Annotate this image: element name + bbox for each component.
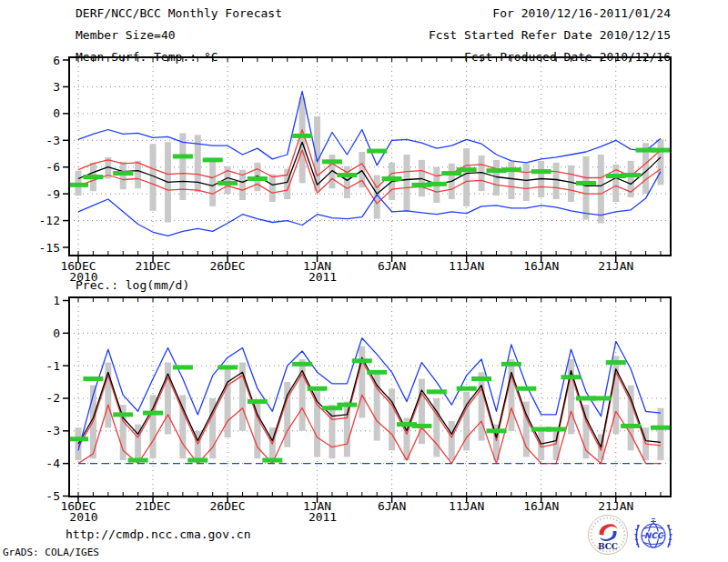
- observation-dash: [217, 365, 238, 369]
- x-axis-year-label: 2010: [69, 270, 97, 284]
- observation-dash: [457, 167, 477, 172]
- observation-dash: [531, 169, 551, 174]
- observation-dash: [561, 375, 581, 379]
- x-axis-year-label: 2011: [308, 270, 337, 284]
- x-axis-label: 21DEC: [135, 259, 170, 273]
- x-axis-label: 16JAN: [523, 499, 559, 513]
- ensemble-spread-bar: [165, 363, 171, 435]
- ncc-logo-text: NCC: [644, 531, 664, 540]
- ensemble-spread-bar: [538, 431, 544, 460]
- observation-dash: [113, 171, 133, 176]
- ensemble-spread-bar: [225, 369, 231, 437]
- ensemble-spread-bar: [150, 395, 157, 458]
- ensemble-spread-bar: [419, 378, 425, 444]
- observation-dash: [427, 182, 447, 186]
- ensemble-spread-bar: [523, 164, 530, 201]
- ensemble-spread-bar: [269, 175, 276, 202]
- y-axis-label: 0: [53, 106, 60, 120]
- observation-dash: [591, 396, 611, 400]
- y-axis-label: -5: [46, 489, 60, 503]
- y-axis-label: 1: [53, 294, 60, 307]
- y-axis-label: -15: [39, 241, 60, 255]
- observation-dash: [486, 428, 506, 433]
- ensemble-spread-bar: [508, 162, 514, 199]
- y-axis-label: -2: [46, 391, 60, 405]
- y-axis-label: 3: [53, 80, 60, 94]
- ensemble-spread-bar: [359, 346, 365, 418]
- bcc-logo: BCC: [587, 514, 629, 556]
- ensemble-spread-bar: [374, 372, 380, 440]
- observation-dash: [382, 176, 402, 181]
- observation-dash: [427, 389, 447, 394]
- observation-dash: [606, 360, 626, 365]
- observation-dash: [262, 458, 282, 463]
- observation-dash: [173, 154, 193, 158]
- observation-dash: [248, 399, 268, 404]
- observation-dash: [337, 403, 357, 407]
- ensemble-spread-bar: [463, 148, 470, 206]
- ncc-logo: NCC: [631, 513, 676, 557]
- ensemble-spread-bar: [135, 161, 141, 188]
- x-axis-label: 6JAN: [378, 499, 406, 513]
- y-axis-label: -9: [46, 187, 60, 201]
- y-axis-label: -12: [39, 214, 60, 227]
- ensemble-spread-bar: [479, 372, 485, 440]
- ensemble-spread-bar: [508, 359, 514, 431]
- grads-forecast-page: DERF/NCC/BCC Monthly Forecast For 2010/1…: [0, 0, 728, 562]
- ensemble-spread-bar: [657, 408, 663, 460]
- ensemble-spread-bar: [553, 163, 560, 199]
- y-axis-label: -4: [46, 457, 60, 470]
- observation-dash: [68, 183, 88, 187]
- observation-dash: [367, 149, 387, 154]
- observation-dash: [576, 181, 596, 186]
- observation-dash: [187, 458, 207, 463]
- observation-dash: [516, 386, 536, 391]
- observation-dash: [367, 370, 387, 375]
- y-axis-label: -1: [46, 359, 60, 373]
- ensemble-spread-bar: [314, 388, 320, 457]
- precipitation-chart: 10-1-2-3-4-516DEC201021DEC26DEC1JAN20116…: [46, 294, 671, 524]
- observation-dash: [248, 176, 268, 181]
- x-axis-year-label: 2010: [69, 510, 97, 524]
- y-axis-label: 0: [53, 326, 60, 340]
- forecast-charts-canvas: 630-3-6-9-12-1516DEC201021DEC26DEC1JAN20…: [0, 0, 728, 562]
- x-axis-label: 6JAN: [378, 259, 406, 273]
- temperature-chart: 630-3-6-9-12-1516DEC201021DEC26DEC1JAN20…: [39, 54, 671, 285]
- x-axis-label: 26DEC: [210, 499, 246, 513]
- observation-dash: [651, 426, 671, 430]
- ensemble-spread-bar: [179, 395, 186, 458]
- x-axis-label: 11JAN: [449, 499, 484, 513]
- observation-dash: [173, 365, 193, 369]
- observation-dash: [621, 424, 641, 428]
- x-axis-label: 21JAN: [598, 259, 633, 273]
- x-axis-label: 21DEC: [135, 499, 170, 513]
- bcc-logo-text: BCC: [598, 542, 618, 551]
- ensemble-spread-bar: [493, 160, 500, 196]
- y-axis-label: -6: [46, 160, 60, 174]
- ensemble-spread-bar: [657, 139, 663, 185]
- ensemble-spread-bar: [404, 155, 410, 212]
- x-axis-label: 16JAN: [523, 259, 559, 273]
- observation-dash: [143, 411, 163, 416]
- observation-dash: [352, 358, 372, 363]
- y-axis-label: 6: [53, 54, 60, 67]
- observation-dash: [546, 427, 566, 432]
- source-url: http://cmdp.ncc.cma.gov.cn: [66, 528, 251, 541]
- observation-dash: [337, 173, 357, 177]
- ensemble-spread-bar: [449, 421, 455, 460]
- observation-dash: [292, 362, 312, 366]
- observation-dash: [128, 458, 148, 463]
- y-axis-label: -3: [46, 134, 60, 147]
- observation-dash: [83, 376, 103, 381]
- observation-dash: [471, 376, 491, 381]
- observation-dash: [292, 134, 312, 138]
- ensemble-spread-bar: [329, 405, 335, 458]
- ensemble-spread-bar: [433, 398, 440, 457]
- x-axis-year-label: 2011: [308, 510, 337, 524]
- y-axis-label: -3: [46, 424, 60, 437]
- ensemble-spread-bar: [299, 97, 306, 183]
- ensemble-spread-bar: [598, 155, 604, 224]
- x-axis-label: 11JAN: [449, 259, 484, 273]
- observation-dash: [68, 437, 88, 441]
- observation-dash: [621, 173, 641, 177]
